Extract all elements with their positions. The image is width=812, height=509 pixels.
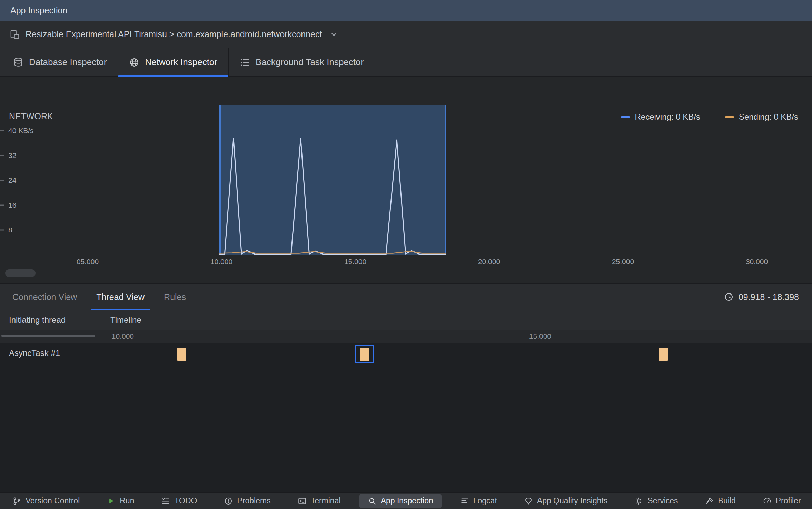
column-timeline[interactable]: Timeline — [101, 315, 141, 325]
toolwindow-services[interactable]: Services — [626, 494, 686, 508]
y-tick-label: 8 — [8, 226, 12, 234]
thread-name: AsyncTask #1 — [9, 348, 60, 358]
tool-window-bar: Version Control Run TODO Problems Termin… — [0, 492, 812, 509]
y-tick-mark — [0, 155, 4, 156]
app-inspection-icon — [368, 497, 377, 506]
device-icon — [10, 29, 20, 40]
toolwindow-label: App Inspection — [381, 496, 433, 506]
y-tick-label: 32 — [8, 151, 16, 160]
sending-color-swatch — [725, 116, 734, 118]
tab-label: Thread View — [96, 292, 145, 302]
toolwindow-app-inspection[interactable]: App Inspection — [359, 494, 442, 508]
chart-legend: Receiving: 0 KB/s Sending: 0 KB/s — [621, 112, 798, 122]
legend-receiving: Receiving: 0 KB/s — [621, 112, 700, 122]
x-tick-label: 05.000 — [63, 258, 112, 266]
toolwindow-problems[interactable]: Problems — [216, 494, 279, 508]
x-tick-label: 15.000 — [331, 258, 379, 266]
toolwindow-terminal[interactable]: Terminal — [289, 494, 349, 508]
logcat-icon — [460, 497, 469, 506]
toolwindow-label: Build — [718, 496, 736, 506]
tab-label: Connection View — [12, 292, 77, 302]
network-event-block[interactable] — [360, 348, 369, 361]
toolwindow-label: Run — [120, 496, 134, 506]
insights-icon — [524, 497, 533, 506]
timeline-scale: 10.00015.000 — [0, 330, 812, 343]
problems-icon — [224, 497, 233, 506]
tab-background-task-inspector[interactable]: Background Task Inspector — [228, 48, 375, 76]
toolwindow-label: App Quality Insights — [537, 496, 608, 506]
tab-thread-view[interactable]: Thread View — [87, 284, 154, 310]
network-chart[interactable]: NETWORK Receiving: 0 KB/s Sending: 0 KB/… — [0, 77, 812, 283]
tab-rules[interactable]: Rules — [154, 284, 196, 310]
chart-baseline — [0, 255, 812, 255]
toolwindow-label: Terminal — [311, 496, 341, 506]
tab-database-inspector[interactable]: Database Inspector — [2, 48, 118, 76]
toolwindow-run[interactable]: Run — [98, 494, 142, 508]
y-tick-label: 24 — [8, 176, 16, 184]
x-tick-label: 25.000 — [599, 258, 647, 266]
x-tick-label: 30.000 — [733, 258, 781, 266]
legend-receiving-label: Receiving: 0 KB/s — [635, 112, 700, 122]
timeline-tick-label: 10.000 — [112, 332, 134, 340]
toolwindow-label: Services — [647, 496, 678, 506]
run-icon — [107, 497, 116, 506]
clock-icon — [724, 292, 734, 302]
column-initiating-thread[interactable]: Initiating thread — [0, 315, 101, 325]
chart-scrollbar[interactable] — [5, 269, 36, 277]
globe-icon — [129, 57, 139, 68]
toolwindow-label: Version Control — [26, 496, 80, 506]
toolwindow-label: Logcat — [473, 496, 497, 506]
toolwindow-logcat[interactable]: Logcat — [452, 494, 505, 508]
tab-label: Database Inspector — [29, 57, 107, 68]
network-event-block[interactable] — [659, 348, 668, 361]
process-label: Resizable Experimental API Tiramisu > co… — [26, 29, 322, 39]
chart-title: NETWORK — [9, 111, 53, 121]
thread-table-header: Initiating thread Timeline — [0, 310, 812, 330]
checklist-icon — [240, 57, 250, 68]
legend-sending: Sending: 0 KB/s — [725, 112, 798, 122]
tab-label: Network Inspector — [145, 57, 217, 68]
y-tick-mark — [0, 230, 4, 231]
selection-range: 09.918 - 18.398 — [724, 284, 809, 310]
y-tick-mark — [0, 180, 4, 181]
toolwindow-profiler[interactable]: Profiler — [754, 494, 809, 508]
process-selector[interactable]: Resizable Experimental API Tiramisu > co… — [0, 21, 812, 48]
database-icon — [13, 57, 23, 68]
todo-icon — [161, 497, 170, 506]
profiler-icon — [763, 497, 772, 506]
terminal-icon — [298, 497, 307, 506]
build-icon — [705, 497, 714, 506]
titlebar: App Inspection — [0, 0, 812, 21]
toolwindow-app-quality-insights[interactable]: App Quality Insights — [516, 494, 616, 508]
timeline-gridline — [526, 330, 526, 492]
x-tick-label: 10.000 — [197, 258, 246, 266]
view-tab-bar: Connection View Thread View Rules 09.918… — [0, 283, 812, 310]
thread-row-track: AsyncTask #1 — [0, 343, 812, 492]
tab-label: Background Task Inspector — [256, 57, 364, 68]
network-event-block[interactable] — [177, 348, 186, 361]
y-tick-label: 16 — [8, 201, 16, 209]
toolwindow-label: TODO — [174, 496, 197, 506]
inspector-tab-bar: Database Inspector Network Inspector Bac… — [0, 48, 812, 77]
y-tick-mark — [0, 205, 4, 206]
tab-network-inspector[interactable]: Network Inspector — [118, 48, 228, 76]
tab-connection-view[interactable]: Connection View — [3, 284, 87, 310]
toolwindow-todo[interactable]: TODO — [153, 494, 205, 508]
y-tick-mark — [0, 130, 4, 131]
receiving-color-swatch — [621, 116, 630, 118]
timeline-tick-label: 15.000 — [529, 332, 551, 340]
chart-selection[interactable] — [219, 105, 446, 255]
toolwindow-build[interactable]: Build — [697, 494, 744, 508]
legend-sending-label: Sending: 0 KB/s — [739, 112, 798, 122]
branch-icon — [12, 497, 21, 506]
toolwindow-label: Profiler — [776, 496, 801, 506]
tab-label: Rules — [164, 292, 186, 302]
selected-event-outline[interactable] — [355, 345, 374, 363]
app-inspection-window: App Inspection Resizable Experimental AP… — [0, 0, 812, 509]
x-tick-label: 20.000 — [465, 258, 513, 266]
y-tick-label: 40 KB/s — [8, 127, 34, 135]
thread-column-scrollbar[interactable] — [1, 335, 95, 337]
chevron-down-icon[interactable] — [329, 30, 338, 39]
toolwindow-version-control[interactable]: Version Control — [4, 494, 88, 508]
selection-range-label: 09.918 - 18.398 — [739, 292, 799, 302]
